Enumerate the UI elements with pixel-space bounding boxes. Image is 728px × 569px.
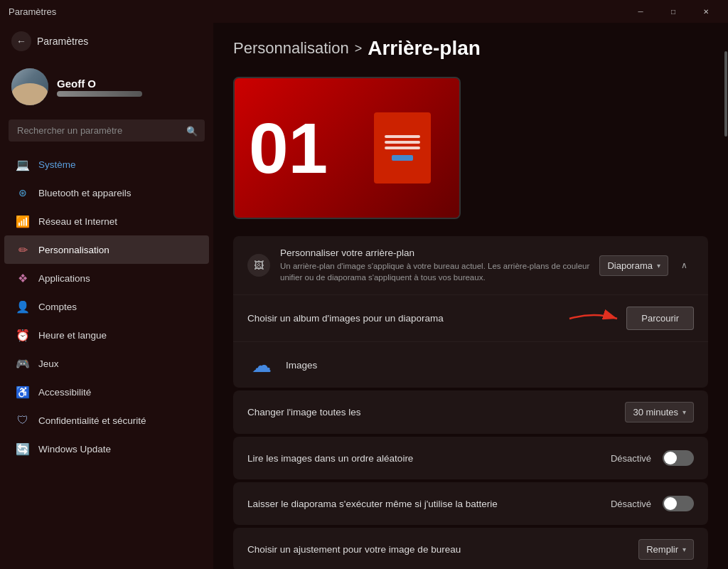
back-button[interactable]: ← [11, 31, 31, 51]
sidebar-item-personalisation[interactable]: ✏ Personnalisation [4, 235, 209, 264]
personalisation-icon: ✏ [16, 243, 30, 257]
settings-row-battery: Laisser le diaporama s'exécuter même si … [233, 482, 708, 525]
interval-controls: 30 minutes ▾ [625, 402, 694, 422]
app-layout: ← Paramètres Geoff O 🔍 💻 Système [0, 23, 728, 569]
sidebar-item-applications[interactable]: ❖ Applications [4, 264, 209, 292]
interval-dropdown[interactable]: 30 minutes ▾ [625, 402, 694, 422]
search-input[interactable] [9, 119, 205, 142]
fit-title: Choisir un ajustement pour votre image d… [247, 544, 638, 555]
sidebar-item-label-system: Système [38, 159, 76, 170]
settings-row-interval: Changer l'image toutes les 30 minutes ▾ [233, 390, 708, 434]
settings-row-text-interval: Changer l'image toutes les [247, 407, 625, 418]
breadcrumb-arrow: > [355, 41, 363, 56]
titlebar-left: Paramètres [9, 6, 56, 17]
notebook-accent [392, 155, 413, 161]
update-icon: 🔄 [16, 442, 30, 456]
settings-row-text-battery: Laisser le diaporama s'exécuter même si … [247, 499, 611, 509]
breadcrumb: Personnalisation > Arrière-plan [233, 37, 708, 60]
fit-dropdown-label: Remplir [646, 544, 678, 555]
sidebar-nav-top: ← Paramètres [0, 23, 213, 60]
settings-row-text-wallpaper: Personnaliser votre arrière-plan Un arri… [280, 248, 599, 283]
shuffle-toggle[interactable] [663, 450, 694, 466]
battery-title: Laisser le diaporama s'exécuter même si … [247, 499, 611, 509]
settings-card-main: 🖼 Personnaliser votre arrière-plan Un ar… [233, 236, 708, 388]
sidebar-item-label-games: Jeux [38, 358, 59, 369]
settings-row-wallpaper: 🖼 Personnaliser votre arrière-plan Un ar… [233, 236, 708, 295]
settings-row-text-shuffle: Lire les images dans un ordre aléatoire [247, 453, 611, 464]
search-icon: 🔍 [186, 125, 198, 136]
settings-card-interval: Changer l'image toutes les 30 minutes ▾ [233, 390, 708, 434]
settings-row-album: Choisir un album d'images pour un diapor… [233, 295, 708, 342]
breadcrumb-parent: Personnalisation [233, 39, 349, 58]
time-icon: ⏰ [16, 328, 30, 342]
battery-toggle-knob [664, 497, 677, 510]
sidebar-item-label-personalisation: Personnalisation [38, 245, 109, 255]
interval-title: Changer l'image toutes les [247, 407, 625, 418]
notebook-line-1 [385, 135, 420, 138]
minimize-button[interactable]: ─ [624, 0, 657, 23]
fit-dropdown[interactable]: Remplir ▾ [638, 539, 694, 560]
wallpaper-type-dropdown[interactable]: Diaporama ▾ [599, 255, 668, 276]
album-controls: Parcourir [626, 307, 694, 330]
sidebar-item-bluetooth[interactable]: ⊛ Bluetooth et appareils [4, 179, 209, 207]
settings-row-fit: Choisir un ajustement pour votre image d… [233, 528, 708, 569]
close-button[interactable]: ✕ [690, 0, 722, 23]
system-icon: 💻 [16, 157, 30, 171]
sidebar-item-comptes[interactable]: 👤 Comptes [4, 292, 209, 321]
applications-icon: ❖ [16, 271, 30, 285]
search-box: 🔍 [9, 119, 205, 142]
preview-number: 01 [249, 112, 328, 184]
titlebar-controls: ─ □ ✕ [624, 0, 722, 23]
preview-notebook [374, 112, 431, 184]
sidebar-item-access[interactable]: ♿ Accessibilité [4, 378, 209, 406]
wallpaper-desc: Un arrière-plan d'image s'applique à vot… [280, 260, 599, 283]
sidebar-item-label-comptes: Comptes [38, 302, 77, 312]
scrollbar-thumb [724, 51, 727, 137]
sidebar-item-network[interactable]: 📶 Réseau et Internet [4, 207, 209, 235]
titlebar-title: Paramètres [9, 6, 56, 17]
browse-button[interactable]: Parcourir [626, 307, 694, 330]
sidebar-item-label-applications: Applications [38, 273, 90, 284]
sidebar-item-label-time: Heure et langue [38, 330, 107, 341]
fit-controls: Remplir ▾ [638, 539, 694, 560]
settings-row-text-fit: Choisir un ajustement pour votre image d… [247, 544, 638, 555]
sidebar-item-games[interactable]: 🎮 Jeux [4, 349, 209, 378]
app-title: Paramètres [37, 36, 88, 47]
titlebar: Paramètres ─ □ ✕ [0, 0, 728, 23]
shuffle-toggle-label: Désactivé [611, 453, 651, 464]
settings-row-images: ☁ Images [233, 342, 708, 388]
sidebar-item-privacy[interactable]: 🛡 Confidentialité et sécurité [4, 406, 209, 435]
accessibility-icon: ♿ [16, 385, 30, 399]
chevron-down-icon-interval: ▾ [682, 408, 686, 416]
main-content: Personnalisation > Arrière-plan 01 🖼 [213, 23, 728, 569]
images-label: Images [286, 360, 317, 371]
sidebar-item-system[interactable]: 💻 Système [4, 150, 209, 179]
sidebar-item-label-privacy: Confidentialité et sécurité [38, 415, 146, 426]
games-icon: 🎮 [16, 356, 30, 371]
user-profile[interactable]: Geoff O [0, 60, 213, 117]
battery-controls: Désactivé [611, 496, 694, 511]
user-info: Geoff O [57, 78, 202, 97]
sidebar: ← Paramètres Geoff O 🔍 💻 Système [0, 23, 213, 569]
user-subtitle [57, 91, 142, 97]
breadcrumb-current: Arrière-plan [368, 37, 481, 60]
sidebar-item-label-access: Accessibilité [38, 387, 91, 398]
wallpaper-controls: Diaporama ▾ ∧ [599, 255, 694, 276]
settings-row-shuffle: Lire les images dans un ordre aléatoire … [233, 437, 708, 479]
nav-list: 💻 Système ⊛ Bluetooth et appareils 📶 Rés… [0, 147, 213, 466]
shuffle-title: Lire les images dans un ordre aléatoire [247, 453, 611, 464]
notebook-line-2 [385, 141, 420, 144]
sidebar-item-label-bluetooth: Bluetooth et appareils [38, 188, 132, 198]
wallpaper-preview: 01 [233, 77, 461, 219]
battery-toggle-label: Désactivé [611, 499, 651, 509]
maximize-button[interactable]: □ [657, 0, 690, 23]
scrollbar[interactable] [724, 23, 728, 569]
battery-toggle[interactable] [663, 496, 694, 511]
chevron-down-icon: ▾ [657, 262, 660, 270]
user-name: Geoff O [57, 78, 202, 90]
collapse-button[interactable]: ∧ [674, 255, 694, 275]
sidebar-item-update[interactable]: 🔄 Windows Update [4, 435, 209, 463]
arrow-svg [566, 308, 623, 329]
sidebar-item-time[interactable]: ⏰ Heure et langue [4, 321, 209, 349]
avatar [11, 68, 48, 105]
